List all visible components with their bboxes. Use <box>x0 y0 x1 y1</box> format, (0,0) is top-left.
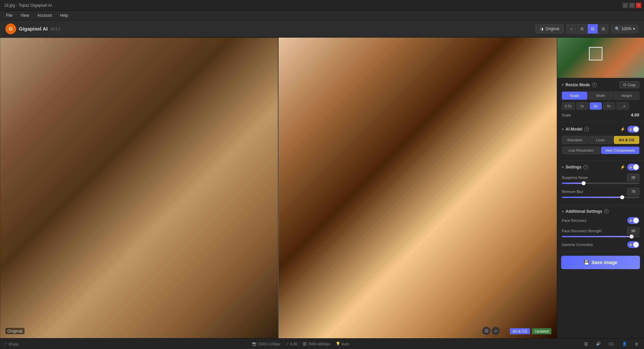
minimize-button[interactable]: — <box>623 3 628 8</box>
art-cg-badge: Art & CG <box>510 328 530 334</box>
remove-blur-value[interactable]: 78 <box>627 188 639 195</box>
scale-custom[interactable]: …x <box>616 102 629 110</box>
view-btn-side[interactable]: ⊞ <box>577 24 587 34</box>
status-scale-val: ⤢ 4.00 <box>286 342 297 346</box>
face-recovery-toggle[interactable] <box>627 217 639 224</box>
ai-model-help[interactable]: ? <box>584 127 589 132</box>
view-btn-single[interactable]: ▪ <box>566 24 576 34</box>
remove-blur-thumb[interactable] <box>620 195 624 199</box>
resize-mode-title: Resize Mode <box>566 83 590 87</box>
status-output-res: 🖼 7680×4800px <box>303 342 330 346</box>
model-art-cg[interactable]: Art & CG <box>614 136 639 144</box>
scale-0-5x[interactable]: 0.5x <box>562 102 575 110</box>
face-recovery-strength-value[interactable]: 90 <box>627 227 639 235</box>
menu-account[interactable]: Account <box>34 12 55 19</box>
zoom-display[interactable]: 🔍 100% ▾ <box>611 25 639 33</box>
model-options: Standard Lines Art & CG <box>562 136 639 144</box>
additional-settings-title: Additional Settings <box>566 209 602 214</box>
suppress-noise-thumb[interactable] <box>582 181 586 185</box>
close-button[interactable]: ✕ <box>636 3 641 8</box>
app-version: v6.2.2 <box>50 27 60 31</box>
remove-blur-slider[interactable] <box>562 197 639 198</box>
additional-settings-help[interactable]: ? <box>604 209 609 214</box>
scale-2x[interactable]: 2x <box>576 102 588 110</box>
save-image-button[interactable]: 💾 Save Image <box>561 256 640 269</box>
model-standard[interactable]: Standard <box>562 136 587 144</box>
scale-label: Scale <box>562 113 571 117</box>
zoom-icon: 🔍 <box>615 27 620 31</box>
titlebar: 18.jpg - Topaz Gigapixel AI — □ ✕ <box>0 0 644 11</box>
tab-width[interactable]: Width <box>588 92 613 100</box>
suppress-noise-value[interactable]: 28 <box>627 174 639 181</box>
remove-blur-fill <box>562 197 622 198</box>
model-low-res[interactable]: Low Resolution <box>562 147 600 154</box>
resize-mode-help[interactable]: ? <box>592 83 597 87</box>
settings-toggle[interactable] <box>627 164 639 170</box>
original-icon: ◑ <box>540 27 543 31</box>
status-original-res: 📷 1920×1200px <box>252 342 280 346</box>
ai-model-toggle[interactable] <box>627 126 639 133</box>
settings-lightning-icon: ⚡ <box>620 165 625 169</box>
thumbnail-selector[interactable] <box>589 47 602 60</box>
status-user-icon[interactable]: 👤 <box>621 341 628 347</box>
original-label: Original <box>5 328 24 334</box>
app-logo: G Gigapixel AI v6.2.2 <box>5 23 60 34</box>
model-lines[interactable]: Lines <box>588 136 613 144</box>
tab-height[interactable]: Height <box>614 92 639 100</box>
settings-help[interactable]: ? <box>583 165 588 169</box>
ai-model-header[interactable]: ▾ AI Model ? ⚡ <box>562 126 639 133</box>
tab-scale[interactable]: Scale <box>562 92 587 100</box>
model-very-compressed[interactable]: Very Compressed <box>601 147 640 154</box>
menu-view[interactable]: View <box>17 12 33 19</box>
face-recovery-strength-thumb[interactable] <box>630 235 634 239</box>
crop-icon: ⊡ <box>623 83 626 87</box>
canvas-area[interactable]: Original ☹ ☺ Art & CG Updated <box>0 38 557 338</box>
original-image <box>0 38 278 338</box>
menu-file[interactable]: File <box>3 12 16 19</box>
scale-value: 4.00 <box>631 112 639 117</box>
image-container: Original ☹ ☺ Art & CG Updated <box>0 38 557 338</box>
view-btn-split[interactable]: ⊟ <box>588 24 598 34</box>
crop-button[interactable]: ⊡ Crop <box>620 81 639 88</box>
status-check: ✓ 18.jpg <box>4 342 18 346</box>
title-text: 18.jpg - Topaz Gigapixel AI <box>4 3 640 8</box>
logo-icon: G <box>5 23 16 34</box>
suppress-noise-slider[interactable] <box>562 183 639 184</box>
remove-blur-row: Remove Blur 78 <box>562 188 639 198</box>
view-btn-quad[interactable]: ⊠ <box>598 24 608 34</box>
face-recovery-strength-fill <box>562 236 632 237</box>
settings-header[interactable]: ▾ Settings ? ⚡ <box>562 164 639 170</box>
gamma-correction-toggle[interactable] <box>627 241 639 248</box>
menu-help[interactable]: Help <box>57 12 72 19</box>
resize-mode-header[interactable]: ▾ Resize Mode ? ⊡ Crop <box>562 81 639 88</box>
check-icon: ✓ <box>4 342 7 346</box>
status-auto: 💡 Auto <box>336 342 350 346</box>
status-audio-icon[interactable]: 🔊 <box>595 341 602 347</box>
status-gc-button[interactable]: GC <box>607 341 616 347</box>
output-resolution: 7680×4800px <box>308 342 330 346</box>
sub-model-options: Low Resolution Very Compressed <box>562 147 639 154</box>
ai-collapse-icon: ▾ <box>562 128 564 131</box>
view-buttons: ▪ ⊞ ⊟ ⊠ <box>566 24 608 34</box>
updated-badge: Updated <box>532 328 551 334</box>
face-recovery-strength-slider[interactable] <box>562 236 639 237</box>
original-button[interactable]: ◑ Original <box>536 24 564 33</box>
thumbs-down-button[interactable]: ☹ <box>482 327 490 335</box>
additional-collapse-icon: ▾ <box>562 210 564 213</box>
processed-image <box>279 38 557 338</box>
status-delete-icon[interactable]: 🗑 <box>634 341 640 347</box>
dimension-tabs: Scale Width Height <box>562 92 639 100</box>
additional-settings-header[interactable]: ▾ Additional Settings ? <box>562 209 639 214</box>
statusbar: ✓ 18.jpg 📷 1920×1200px ⤢ 4.00 🖼 7680×480… <box>0 338 644 349</box>
resize-collapse-icon: ▾ <box>562 83 564 87</box>
status-image-icon[interactable]: 🖼 <box>583 341 589 347</box>
resize-mode-section: ▾ Resize Mode ? ⊡ Crop Scale Width Heigh… <box>557 78 644 122</box>
scale-4x[interactable]: 4x <box>590 102 602 110</box>
suppress-noise-row: Suppress Noise 28 <box>562 174 639 184</box>
scale-icon: ⤢ <box>286 342 289 346</box>
face-recovery-strength-row: Face Recovery Strength 90 <box>562 227 639 237</box>
toolbar: G Gigapixel AI v6.2.2 ◑ Original ▪ ⊞ ⊟ ⊠… <box>0 20 644 38</box>
thumbs-up-button[interactable]: ☺ <box>492 327 500 335</box>
maximize-button[interactable]: □ <box>629 3 635 8</box>
scale-6x[interactable]: 6x <box>603 102 615 110</box>
